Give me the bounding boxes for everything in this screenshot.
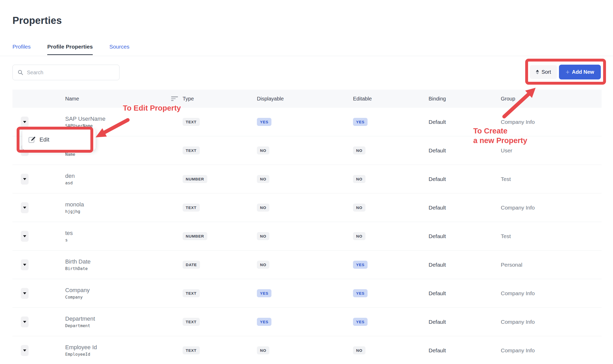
chevron-down-icon <box>23 178 26 180</box>
property-code: SAPUserName <box>65 124 93 128</box>
editable-badge: YES <box>353 318 368 326</box>
property-code: hjgjhg <box>65 210 80 214</box>
property-code: s <box>65 238 68 242</box>
property-code: EmployeeId <box>65 352 90 356</box>
add-new-button[interactable]: + Add New <box>559 65 601 79</box>
search-input[interactable] <box>27 70 115 76</box>
row-actions-menu-button[interactable] <box>21 259 29 270</box>
group-value: Test <box>501 176 602 182</box>
context-menu-edit-label: Edit <box>39 136 49 143</box>
table-row: Department Department TEXT YES YES Defau… <box>12 308 602 336</box>
sort-arrows-icon <box>536 70 539 74</box>
property-name: SAP UserName <box>65 116 105 122</box>
table-row: tes s NUMBER NO NO Default Test <box>12 222 602 251</box>
chevron-down-icon <box>23 292 26 294</box>
group-value: Company Info <box>501 319 602 325</box>
tabs-divider <box>0 56 613 56</box>
property-code: asd <box>65 181 73 185</box>
column-header-binding[interactable]: Binding <box>429 96 501 102</box>
chevron-down-icon <box>23 121 26 123</box>
displayable-badge: NO <box>257 146 269 154</box>
type-badge: TEXT <box>183 118 200 126</box>
search-icon <box>17 69 23 76</box>
chevron-down-icon <box>23 235 26 237</box>
column-header-group[interactable]: Group <box>501 96 602 102</box>
column-header-name[interactable]: Name <box>65 96 79 102</box>
properties-page: Properties Profiles Profile Properties S… <box>0 0 613 364</box>
chevron-down-icon <box>23 264 26 266</box>
column-header-type[interactable]: Type <box>183 96 257 102</box>
property-code: Department <box>65 324 90 328</box>
editable-badge: YES <box>353 118 368 126</box>
property-name: Company <box>65 287 90 293</box>
row-actions-menu-button[interactable] <box>21 117 29 127</box>
table-row: monola hjgjhg TEXT NO NO Default Company… <box>12 193 602 222</box>
property-code: BirthDate <box>65 267 88 271</box>
row-actions-menu-button[interactable] <box>21 174 29 185</box>
property-name: monola <box>65 202 84 207</box>
tab-profile-properties[interactable]: Profile Properties <box>47 44 93 55</box>
editable-badge: YES <box>353 261 368 269</box>
chevron-down-icon <box>23 321 26 323</box>
type-badge: NUMBER <box>183 232 207 240</box>
type-badge: TEXT <box>183 318 200 326</box>
displayable-badge: NO <box>257 204 269 212</box>
binding-value: Default <box>429 290 501 296</box>
table-row: den asd NUMBER NO NO Default Test <box>12 165 602 193</box>
tab-profiles[interactable]: Profiles <box>12 44 31 55</box>
property-name: Birth Date <box>65 259 91 265</box>
page-title: Properties <box>12 15 62 26</box>
binding-value: Default <box>429 347 501 354</box>
group-value: Company Info <box>501 290 602 296</box>
group-value: Company Info <box>501 347 602 354</box>
table-row: Birth Date BirthDate DATE NO YES Default… <box>12 251 602 279</box>
search-box[interactable] <box>12 65 119 80</box>
context-menu-edit-item[interactable]: Edit <box>22 129 96 150</box>
group-value: Personal <box>501 262 602 268</box>
binding-value: Default <box>429 119 501 125</box>
row-actions-menu-button[interactable] <box>21 202 29 213</box>
editable-badge: YES <box>353 289 368 297</box>
property-code: Company <box>65 295 83 299</box>
binding-value: Default <box>429 262 501 268</box>
table-row: Company Company TEXT YES YES Default Com… <box>12 279 602 308</box>
edit-pencil-icon <box>28 136 36 144</box>
type-badge: TEXT <box>183 346 200 354</box>
property-code: Name <box>65 152 75 157</box>
table-row: Name TEXT NO NO Default User <box>12 136 602 165</box>
binding-value: Default <box>429 147 501 154</box>
row-actions-menu-button[interactable] <box>21 288 29 299</box>
table-row: SAP UserName SAPUserName TEXT YES YES De… <box>12 108 602 136</box>
displayable-badge: NO <box>257 346 269 354</box>
property-name: Employee Id <box>65 345 97 350</box>
chevron-down-icon <box>23 207 26 209</box>
displayable-badge: NO <box>257 261 269 269</box>
displayable-badge: NO <box>257 175 269 183</box>
binding-value: Default <box>429 319 501 325</box>
plus-icon: + <box>566 69 570 75</box>
type-badge: NUMBER <box>183 175 207 183</box>
displayable-badge: YES <box>257 318 271 326</box>
column-header-displayable[interactable]: Displayable <box>257 96 353 102</box>
column-header-editable[interactable]: Editable <box>353 96 429 102</box>
sort-button[interactable]: Sort <box>530 65 557 79</box>
tab-sources[interactable]: Sources <box>109 44 129 55</box>
add-new-button-label: Add New <box>572 69 594 75</box>
row-actions-menu-button[interactable] <box>21 316 29 327</box>
editable-badge: NO <box>353 146 365 154</box>
binding-value: Default <box>429 176 501 182</box>
sort-button-label: Sort <box>542 69 551 75</box>
row-actions-menu-button[interactable] <box>21 345 29 356</box>
binding-value: Default <box>429 233 501 239</box>
sort-filter-icon[interactable] <box>171 96 178 101</box>
row-actions-menu-button[interactable] <box>21 231 29 242</box>
group-value: Test <box>501 233 602 239</box>
displayable-badge: YES <box>257 118 271 126</box>
table-header: Name Type Displayable Editable Binding G… <box>12 90 602 108</box>
group-value: User <box>501 147 602 154</box>
table-row: Employee Id EmployeeId TEXT NO NO Defaul… <box>12 336 602 364</box>
editable-badge: NO <box>353 175 365 183</box>
group-value: Company Info <box>501 119 602 125</box>
displayable-badge: NO <box>257 232 269 240</box>
properties-table: Name Type Displayable Editable Binding G… <box>12 90 602 364</box>
